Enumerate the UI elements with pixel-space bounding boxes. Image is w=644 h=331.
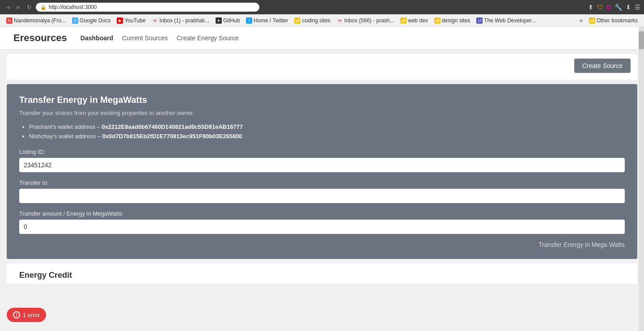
nav-dashboard[interactable]: Dashboard: [80, 34, 113, 42]
bookmark-github[interactable]: ● GitHub: [213, 17, 242, 25]
main-content: Create Source Transfer Energy in MegaWat…: [0, 54, 644, 284]
bookmark-label-youtube: YouTube: [124, 17, 145, 24]
reload-button[interactable]: ↻: [25, 3, 33, 11]
bookmark-label-web-dev: web dev: [408, 17, 428, 24]
transfer-energy-button[interactable]: Transfer Energy in Mega Watts: [538, 241, 625, 248]
bookmark-icon-inbox-prabhak: M: [152, 17, 158, 24]
wallet-prashant-address: 0x2212E8aad0b67460D140821ad0c55D81eAB167…: [102, 123, 243, 130]
bookmark-nandemo[interactable]: N Nandemonaiya (Fro...: [4, 17, 68, 25]
transfer-card: Transfer Energy in MegaWatts Transfer yo…: [7, 84, 637, 259]
bookmark-icon-coding-sites: 📁: [294, 17, 301, 24]
bookmark-other[interactable]: 📁 Other bookmarks: [586, 17, 640, 25]
bookmark-icon-twitter: t: [246, 17, 252, 24]
bookmark-icon-design-sites: 📁: [434, 17, 441, 24]
bookmark-icon-youtube: ▶: [117, 17, 123, 24]
error-icon-text: !: [16, 313, 17, 318]
transfer-amount-label: Transfer amount / Energy in MegaWatts:: [19, 210, 625, 217]
share-icon[interactable]: ⬆: [588, 4, 593, 11]
app-header: Eresources Dashboard Current Sources Cre…: [0, 27, 644, 50]
wallet-nishchay-address: 0x0d7D7b815Eb2fD1E770813ec951F80b03E2658…: [102, 133, 242, 140]
bookmark-icon-other: 📁: [589, 17, 595, 24]
bookmark-more[interactable]: »: [577, 17, 585, 25]
transfer-to-label: Transfer to:: [19, 179, 625, 186]
bookmark-icon-web-dev: 📁: [400, 17, 407, 24]
bookmark-icon-google-docs: D: [72, 17, 78, 24]
bookmark-label-github: GitHub: [223, 17, 240, 24]
bookmark-web-developer[interactable]: U The Web Developer...: [474, 17, 538, 25]
back-button[interactable]: ◀: [4, 3, 12, 11]
transfer-card-subtitle: Transfer your shares from your existing …: [19, 110, 625, 116]
bookmark-twitter[interactable]: t Home / Twitter: [243, 17, 291, 25]
error-icon: !: [13, 311, 20, 318]
bookmark-icon-web-developer: U: [476, 17, 483, 24]
wallet-nishchay: Nishchay's wallet address – 0x0d7D7b815E…: [29, 133, 625, 140]
energy-credit-section: Energy Credit: [7, 263, 637, 284]
bookmark-youtube[interactable]: ▶ YouTube: [114, 17, 148, 25]
error-badge-label: 1 error: [23, 312, 40, 318]
transfer-amount-input[interactable]: [19, 220, 625, 234]
menu-icon[interactable]: ☰: [635, 4, 640, 11]
browser-chrome: ◀ ▶ ↻ 🔒 http://localhost:3000 ⬆ 🛡 B 🔧 ⬇ …: [0, 0, 644, 27]
app-logo: Eresources: [13, 32, 67, 44]
energy-credit-title: Energy Credit: [19, 271, 625, 280]
wallet-nishchay-owner: Nishchay's wallet address: [29, 133, 96, 140]
bookmark-label-design-sites: design sites: [442, 17, 470, 24]
forward-button[interactable]: ▶: [14, 3, 22, 11]
listing-id-input[interactable]: [19, 158, 625, 172]
transfer-amount-group: Transfer amount / Energy in MegaWatts:: [19, 210, 625, 234]
bookmarks-bar: N Nandemonaiya (Fro... D Google Docs ▶ Y…: [0, 14, 644, 27]
wallet-list: Prashant's wallet address – 0x2212E8aad0…: [19, 123, 625, 140]
bookmark-web-dev[interactable]: 📁 web dev: [398, 17, 431, 25]
bookmark-label-other: Other bookmarks: [597, 17, 638, 24]
wallet-prashant: Prashant's wallet address – 0x2212E8aad0…: [29, 123, 625, 130]
bookmark-label-inbox-prash: Inbox (566) - prash...: [344, 17, 394, 24]
transfer-card-title: Transfer Energy in MegaWatts: [19, 95, 625, 105]
bookmark-inbox-prash[interactable]: M Inbox (566) - prash...: [334, 17, 397, 25]
browser-actions: ⬆ 🛡 B 🔧 ⬇ ☰: [588, 4, 640, 11]
lock-icon: 🔒: [40, 4, 47, 10]
bookmark-label-google-docs: Google Docs: [80, 17, 110, 24]
address-bar[interactable]: 🔒 http://localhost:3000: [36, 3, 259, 12]
transfer-footer: Transfer Energy in Mega Watts: [19, 241, 625, 248]
nav-current-sources[interactable]: Current Sources: [122, 34, 168, 42]
top-card-area: Create Source: [7, 54, 637, 80]
nav-links: Dashboard Current Sources Create Energy …: [80, 34, 239, 42]
page: Eresources Dashboard Current Sources Cre…: [0, 27, 644, 331]
downloads-icon[interactable]: ⬇: [626, 4, 631, 11]
bookmark-label-nandemo: Nandemonaiya (Fro...: [14, 17, 66, 24]
brave-rewards-icon[interactable]: B: [607, 4, 611, 11]
error-badge[interactable]: ! 1 error: [7, 308, 46, 322]
transfer-to-input[interactable]: [19, 189, 625, 203]
bookmark-label-twitter: Home / Twitter: [254, 17, 288, 24]
listing-id-group: Listing ID:: [19, 149, 625, 172]
nav-create-energy-source[interactable]: Create Energy Source: [177, 34, 239, 42]
bookmark-google-docs[interactable]: D Google Docs: [69, 17, 113, 25]
listing-id-label: Listing ID:: [19, 149, 625, 155]
bookmark-coding-sites[interactable]: 📁 coding sites: [292, 17, 333, 25]
scrollbar-thumb[interactable]: [639, 31, 644, 49]
bookmark-icon-nandemo: N: [6, 17, 13, 24]
bookmark-icon-inbox-prash: M: [337, 17, 343, 24]
bookmark-more-label: »: [580, 17, 583, 24]
create-source-button[interactable]: Create Source: [574, 59, 631, 73]
wallet-prashant-owner: Prashant's wallet address: [29, 123, 95, 130]
bookmark-design-sites[interactable]: 📁 design sites: [432, 17, 473, 25]
browser-toolbar: ◀ ▶ ↻ 🔒 http://localhost:3000 ⬆ 🛡 B 🔧 ⬇ …: [0, 0, 644, 14]
bookmark-inbox-prabhak[interactable]: M Inbox (1) - prabhak...: [149, 17, 212, 25]
bookmark-label-web-developer: The Web Developer...: [484, 17, 536, 24]
url-text: http://localhost:3000: [49, 4, 97, 10]
brave-shield-icon[interactable]: 🛡: [597, 4, 603, 11]
bookmark-label-inbox-prabhak: Inbox (1) - prabhak...: [160, 17, 209, 24]
bookmark-label-coding-sites: coding sites: [302, 17, 330, 24]
scrollbar-track[interactable]: [639, 27, 644, 331]
transfer-to-group: Transfer to:: [19, 179, 625, 203]
bookmark-icon-github: ●: [216, 17, 222, 24]
extensions-icon[interactable]: 🔧: [614, 4, 622, 11]
